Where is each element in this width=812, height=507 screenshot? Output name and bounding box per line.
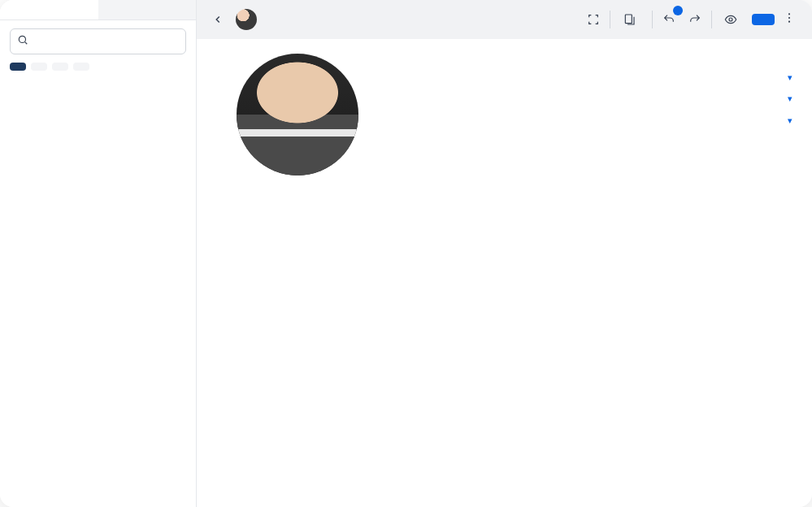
svg-point-6 xyxy=(788,21,790,23)
filter-graph[interactable] xyxy=(73,63,89,71)
persona-avatar[interactable] xyxy=(237,54,358,176)
chevron-down-icon[interactable]: ▾ xyxy=(788,115,792,126)
templates-button[interactable] xyxy=(615,8,647,31)
svg-point-5 xyxy=(788,17,790,19)
sidebar-tabs xyxy=(0,0,196,20)
demo-row-gender[interactable]: ▾ xyxy=(614,72,792,83)
divider xyxy=(610,11,610,28)
divider xyxy=(711,11,712,28)
filter-text[interactable] xyxy=(31,63,47,71)
chevron-down-icon[interactable]: ▾ xyxy=(788,93,792,104)
sidebar xyxy=(0,0,197,507)
redo-button[interactable] xyxy=(684,8,706,31)
profile-block[interactable] xyxy=(216,54,379,176)
svg-point-4 xyxy=(788,13,790,15)
preview-button[interactable] xyxy=(717,8,749,31)
topbar xyxy=(197,0,812,39)
more-button[interactable] xyxy=(778,6,801,32)
main: ▾ ▾ ▾ xyxy=(197,0,812,507)
svg-line-1 xyxy=(25,42,28,45)
demo-row-income[interactable]: ▾ xyxy=(614,115,792,127)
canvas[interactable]: ▾ ▾ ▾ xyxy=(197,39,812,507)
doc-avatar xyxy=(236,9,257,30)
goals-section[interactable] xyxy=(614,239,792,247)
svg-point-3 xyxy=(729,18,732,21)
demographic-section[interactable]: ▾ ▾ ▾ xyxy=(614,54,792,198)
divider xyxy=(652,11,653,28)
svg-point-0 xyxy=(19,36,25,42)
search-box[interactable] xyxy=(10,28,186,54)
tab-theme[interactable] xyxy=(98,0,197,20)
save-button[interactable] xyxy=(752,14,775,25)
search-icon xyxy=(17,34,28,49)
back-button[interactable] xyxy=(208,10,228,29)
search-input[interactable] xyxy=(33,36,179,48)
svg-rect-2 xyxy=(625,15,632,24)
demo-row-marital[interactable]: ▾ xyxy=(614,93,792,104)
tab-components[interactable] xyxy=(0,0,98,20)
chevron-down-icon[interactable]: ▾ xyxy=(788,72,792,83)
undo-button[interactable] xyxy=(658,8,680,31)
background-section[interactable] xyxy=(216,239,591,247)
filter-media[interactable] xyxy=(52,63,68,71)
component-list xyxy=(0,79,196,507)
expand-button[interactable] xyxy=(582,8,605,31)
filter-row xyxy=(0,63,196,79)
filter-all[interactable] xyxy=(10,63,26,71)
undo-badge xyxy=(673,6,683,15)
